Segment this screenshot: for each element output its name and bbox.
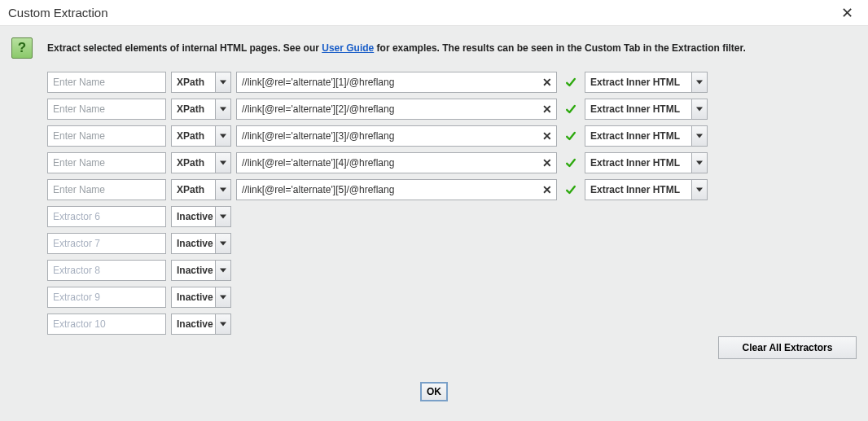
- extractor-name-input[interactable]: [47, 206, 166, 227]
- help-icon[interactable]: ?: [11, 37, 33, 59]
- extractor-output-select[interactable]: Extract Inner HTML: [585, 72, 708, 93]
- user-guide-link[interactable]: User Guide: [322, 42, 374, 54]
- extractor-type-select[interactable]: Inactive: [171, 233, 231, 254]
- extractor-type-select[interactable]: XPath: [171, 152, 231, 173]
- extractor-name-input[interactable]: [47, 179, 166, 200]
- extractor-type-select[interactable]: Inactive: [171, 287, 231, 308]
- svg-marker-0: [220, 81, 226, 85]
- clear-input-icon[interactable]: ✕: [542, 77, 552, 88]
- chevron-down-icon[interactable]: [215, 314, 231, 335]
- titlebar: Custom Extraction ✕: [0, 0, 868, 26]
- svg-marker-14: [220, 322, 226, 327]
- status-valid-icon: [563, 156, 578, 170]
- chevron-down-icon[interactable]: [691, 125, 708, 147]
- extractor-output-select[interactable]: Extract Inner HTML: [585, 152, 708, 173]
- svg-marker-1: [696, 81, 703, 85]
- xpath-input[interactable]: [236, 99, 557, 120]
- extractor-row-inactive: Inactive: [47, 206, 857, 227]
- extractor-output-select[interactable]: Extract Inner HTML: [585, 99, 708, 120]
- extractor-type-select[interactable]: Inactive: [171, 206, 231, 227]
- svg-marker-13: [220, 296, 226, 300]
- extractor-output-select[interactable]: Extract Inner HTML: [585, 125, 708, 147]
- extractor-row: XPath✕Extract Inner HTML: [47, 99, 857, 120]
- chevron-down-icon[interactable]: [691, 99, 708, 120]
- extractor-name-input[interactable]: [47, 314, 166, 335]
- extractor-row: XPath✕Extract Inner HTML: [47, 152, 857, 173]
- ok-button[interactable]: OK: [420, 382, 448, 401]
- extractor-name-input[interactable]: [47, 72, 166, 93]
- clear-input-icon[interactable]: ✕: [542, 157, 552, 169]
- svg-marker-2: [220, 107, 226, 112]
- chevron-down-icon[interactable]: [215, 260, 231, 281]
- chevron-down-icon[interactable]: [215, 179, 231, 200]
- chevron-down-icon[interactable]: [215, 125, 231, 147]
- clear-input-icon[interactable]: ✕: [542, 103, 552, 115]
- extractor-row-inactive: Inactive: [47, 260, 857, 281]
- clear-input-icon[interactable]: ✕: [542, 184, 552, 195]
- extractor-name-input[interactable]: [47, 287, 166, 308]
- extractor-row: XPath✕Extract Inner HTML: [47, 125, 857, 147]
- svg-marker-3: [696, 107, 703, 112]
- svg-marker-12: [220, 269, 226, 273]
- status-valid-icon: [563, 75, 578, 90]
- extractor-name-input[interactable]: [47, 125, 166, 147]
- window-title: Custom Extraction: [8, 6, 108, 20]
- xpath-input[interactable]: [236, 72, 557, 93]
- extractor-type-select[interactable]: XPath: [171, 72, 231, 93]
- extractor-row: XPath✕Extract Inner HTML: [47, 72, 857, 93]
- extractor-row-inactive: Inactive: [47, 287, 857, 308]
- extractor-row-inactive: Inactive: [47, 233, 857, 254]
- chevron-down-icon[interactable]: [215, 152, 231, 173]
- extractor-row: XPath✕Extract Inner HTML: [47, 179, 857, 200]
- xpath-input[interactable]: [236, 152, 557, 173]
- svg-marker-6: [220, 161, 226, 165]
- extractor-output-select[interactable]: Extract Inner HTML: [585, 179, 708, 200]
- extractor-name-input[interactable]: [47, 99, 166, 120]
- extractor-type-select[interactable]: XPath: [171, 125, 231, 147]
- extractor-name-input[interactable]: [47, 260, 166, 281]
- svg-marker-10: [220, 215, 226, 219]
- svg-marker-11: [220, 242, 226, 246]
- status-valid-icon: [563, 182, 578, 197]
- extractor-type-select[interactable]: XPath: [171, 179, 231, 200]
- chevron-down-icon[interactable]: [691, 179, 708, 200]
- chevron-down-icon[interactable]: [215, 287, 231, 308]
- clear-all-extractors-button[interactable]: Clear All Extractors: [718, 336, 857, 359]
- status-valid-icon: [563, 129, 578, 143]
- extractor-name-input[interactable]: [47, 233, 166, 254]
- extractor-type-select[interactable]: Inactive: [171, 260, 231, 281]
- svg-marker-4: [220, 134, 226, 138]
- svg-marker-5: [696, 134, 703, 138]
- chevron-down-icon[interactable]: [215, 206, 231, 227]
- svg-marker-7: [696, 161, 703, 165]
- extractor-type-select[interactable]: Inactive: [171, 314, 231, 335]
- extractor-name-input[interactable]: [47, 152, 166, 173]
- svg-marker-9: [696, 188, 703, 192]
- xpath-input[interactable]: [236, 179, 557, 200]
- chevron-down-icon[interactable]: [691, 72, 708, 93]
- chevron-down-icon[interactable]: [215, 72, 231, 93]
- chevron-down-icon[interactable]: [215, 233, 231, 254]
- extractor-row-inactive: Inactive: [47, 314, 857, 335]
- chevron-down-icon[interactable]: [215, 99, 231, 120]
- clear-input-icon[interactable]: ✕: [542, 130, 552, 142]
- status-valid-icon: [563, 102, 578, 116]
- svg-marker-8: [220, 188, 226, 192]
- close-icon[interactable]: ✕: [835, 2, 860, 24]
- xpath-input[interactable]: [236, 125, 557, 147]
- chevron-down-icon[interactable]: [691, 152, 708, 173]
- extractor-type-select[interactable]: XPath: [171, 99, 231, 120]
- intro-text: Extract selected elements of internal HT…: [47, 42, 746, 54]
